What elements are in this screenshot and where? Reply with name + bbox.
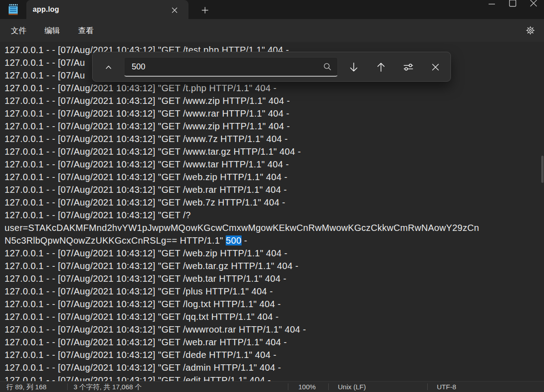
close-icon [172,7,178,13]
log-line: 127.0.0.1 - - [07/Aug/2021 10:43:12] "GE… [0,158,544,171]
tab-title: app.log [33,5,59,14]
log-line: 127.0.0.1 - - [07/Aug/2021 10:43:12] "GE… [0,132,544,145]
log-line: 127.0.0.1 - - [07/Aug/2021 10:43:12] "GE… [0,310,544,323]
statusbar-divider [288,383,288,390]
log-line: 127.0.0.1 - - [07/Aug/2021 10:43:12] "GE… [0,171,544,183]
statusbar: 行 89, 列 168 3 个字符, 共 17,068 个 100% Unix … [0,381,544,392]
statusbar-divider [427,383,428,390]
minimize-icon [486,0,498,9]
log-line: 127.0.0.1 - - [07/Aug/2021 10:43:12] "GE… [0,272,544,285]
collapse-find-button[interactable] [100,59,117,76]
close-icon [528,0,539,9]
zoom-level[interactable]: 100% [298,382,316,392]
log-line: 127.0.0.1 - - [07/Aug/2021 10:43:12] "GE… [0,94,544,107]
find-previous-button[interactable] [372,59,390,76]
filter-options-icon [402,61,414,73]
chevron-up-icon [104,63,113,71]
log-line: 127.0.0.1 - - [07/Aug/2021 10:43:12] "GE… [0,145,544,158]
log-line: 127.0.0.1 - - [07/Aug/2021 10:43:12] "GE… [0,374,544,381]
find-next-button[interactable] [345,59,362,76]
settings-button[interactable] [522,23,539,38]
statusbar-divider [67,383,68,390]
vertical-scrollbar-thumb[interactable] [541,156,544,183]
tab-close-button[interactable] [168,4,180,16]
log-line: 127.0.0.1 - - [07/Aug/2021 10:43:12] "GE… [0,107,544,120]
statusbar-divider [328,383,329,390]
search-match-highlight: 500 [226,235,241,245]
search-icon [323,62,332,71]
close-find-button[interactable] [427,59,444,76]
minimize-button[interactable] [481,0,502,14]
log-line: 127.0.0.1 - - [07/Aug/2021 10:43:12] "GE… [0,298,544,310]
arrow-up-icon [375,61,387,73]
tab-app-log[interactable]: app.log [26,0,188,19]
log-line: 127.0.0.1 - - [07/Aug/2021 10:43:12] "GE… [0,285,544,298]
menu-item-edit[interactable]: 编辑 [37,22,67,39]
gear-icon [525,25,535,35]
line-ending-indicator: Unix (LF) [338,382,366,392]
text-editor[interactable]: 127.0.0.1 - - [07/Aug/2021 10:43:12] "GE… [0,42,544,381]
window-controls [481,0,544,19]
log-line: 127.0.0.1 - - [07/Aug/2021 10:43:12] "GE… [0,209,544,221]
maximize-button[interactable] [502,0,523,14]
log-line: 127.0.0.1 - - [07/Aug/2021 10:43:12] "GE… [0,183,544,196]
maximize-icon [507,0,519,9]
character-count: 3 个字符, 共 17,068 个 [74,382,142,392]
arrow-down-icon [348,61,360,73]
encoding-indicator: UTF-8 [437,382,456,392]
menubar: 文件编辑查看 [0,19,544,42]
menu-item-view[interactable]: 查看 [71,22,101,39]
log-line: 127.0.0.1 - - [07/Aug/2021 10:43:12] "GE… [0,348,544,361]
menu-item-file[interactable]: 文件 [4,22,34,39]
log-line: 127.0.0.1 - - [07/Aug/2021 10:43:12] "GE… [0,82,544,94]
new-tab-button[interactable] [198,3,212,17]
log-line: 127.0.0.1 - - [07/Aug/2021 10:43:12] "GE… [0,247,544,260]
log-line: 127.0.0.1 - - [07/Aug/2021 10:43:12] "GE… [0,323,544,336]
log-line: 127.0.0.1 - - [07/Aug/2021 10:43:12] "GE… [0,196,544,209]
find-bar [92,52,451,82]
log-line: 127.0.0.1 - - [07/Aug/2021 10:43:12] "GE… [0,260,544,272]
titlebar: app.log [0,0,544,19]
log-line: 127.0.0.1 - - [07/Aug/2021 10:43:12] "GE… [0,361,544,374]
cursor-position: 行 89, 列 168 [6,382,46,392]
search-input-wrap [124,57,338,77]
log-line: 127.0.0.1 - - [07/Aug/2021 10:43:12] "GE… [0,120,544,132]
close-icon [431,63,440,72]
log-line: user=STAKcDAKMFMnd2hvYW1pJwpwMQowKGcwCmx… [0,221,544,234]
log-line: N5c3RlbQpwNQowZzUKKGcxCnRSLg== HTTP/1.1"… [0,234,544,247]
close-window-button[interactable] [523,0,544,14]
log-line: 127.0.0.1 - - [07/Aug/2021 10:43:12] "GE… [0,336,544,348]
plus-icon [202,7,208,14]
search-input[interactable] [124,58,337,76]
notepad-app-icon [6,2,20,17]
find-options-button[interactable] [400,59,417,76]
